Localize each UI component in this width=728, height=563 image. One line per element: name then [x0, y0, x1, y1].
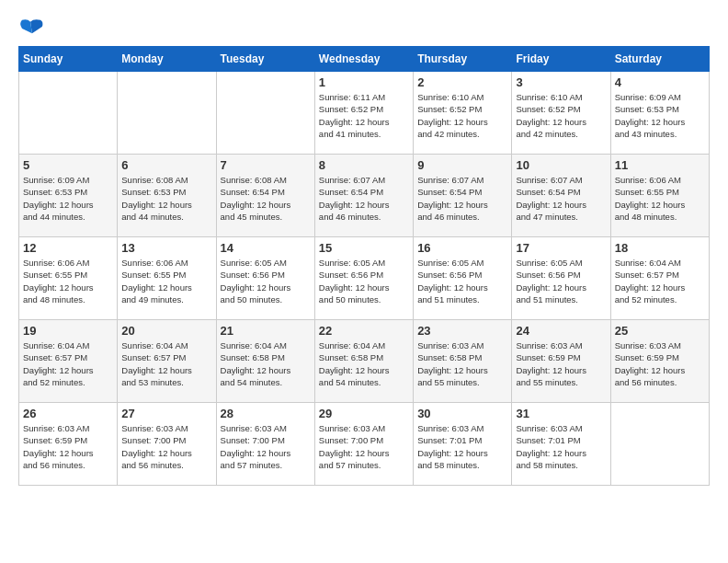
sunrise-text: Sunrise: 6:07 AM: [516, 175, 582, 185]
sunrise-text: Sunrise: 6:03 AM: [516, 340, 582, 350]
calendar-cell: 6Sunrise: 6:08 AMSunset: 6:53 PMDaylight…: [118, 155, 216, 237]
daylight-text: Daylight: 12 hoursand 49 minutes.: [121, 282, 192, 304]
day-number: 25: [615, 324, 705, 338]
day-number: 22: [319, 324, 409, 338]
sunset-text: Sunset: 6:55 PM: [121, 270, 186, 280]
day-number: 2: [417, 75, 507, 89]
sunrise-text: Sunrise: 6:06 AM: [23, 258, 89, 268]
daylight-text: Daylight: 12 hoursand 55 minutes.: [516, 365, 586, 387]
calendar-cell: 24Sunrise: 6:03 AMSunset: 6:59 PMDayligh…: [512, 320, 610, 403]
cell-info: Sunrise: 6:06 AMSunset: 6:55 PMDaylight:…: [121, 257, 211, 305]
cell-info: Sunrise: 6:03 AMSunset: 7:00 PMDaylight:…: [221, 422, 311, 471]
daylight-text: Daylight: 12 hoursand 56 minutes.: [121, 448, 192, 470]
daylight-text: Daylight: 12 hoursand 50 minutes.: [319, 282, 390, 304]
day-number: 17: [516, 241, 606, 255]
cell-info: Sunrise: 6:03 AMSunset: 6:58 PMDaylight:…: [417, 339, 507, 388]
sunset-text: Sunset: 6:58 PM: [221, 352, 285, 362]
sunset-text: Sunset: 6:54 PM: [417, 187, 482, 197]
cell-info: Sunrise: 6:03 AMSunset: 7:01 PMDaylight:…: [417, 422, 507, 471]
day-number: 19: [23, 324, 113, 338]
calendar-cell: 21Sunrise: 6:04 AMSunset: 6:58 PMDayligh…: [216, 320, 314, 403]
logo: [18, 18, 48, 37]
sunrise-text: Sunrise: 6:04 AM: [221, 340, 287, 350]
cell-info: Sunrise: 6:05 AMSunset: 6:56 PMDaylight:…: [417, 257, 507, 305]
day-number: 29: [319, 407, 409, 420]
calendar-cell: 26Sunrise: 6:03 AMSunset: 6:59 PMDayligh…: [19, 403, 118, 486]
daylight-text: Daylight: 12 hoursand 50 minutes.: [221, 282, 291, 304]
daylight-text: Daylight: 12 hoursand 48 minutes.: [23, 282, 94, 304]
calendar-cell: 19Sunrise: 6:04 AMSunset: 6:57 PMDayligh…: [19, 320, 118, 403]
sunset-text: Sunset: 6:57 PM: [23, 352, 87, 362]
cell-info: Sunrise: 6:11 AMSunset: 6:52 PMDaylight:…: [319, 91, 409, 140]
calendar-cell: 22Sunrise: 6:04 AMSunset: 6:58 PMDayligh…: [314, 320, 413, 403]
daylight-text: Daylight: 12 hoursand 52 minutes.: [23, 365, 94, 387]
day-number: 26: [23, 407, 113, 420]
daylight-text: Daylight: 12 hoursand 43 minutes.: [615, 117, 686, 139]
calendar-cell: 12Sunrise: 6:06 AMSunset: 6:55 PMDayligh…: [19, 237, 118, 320]
sunrise-text: Sunrise: 6:03 AM: [221, 423, 287, 433]
sunset-text: Sunset: 6:52 PM: [319, 104, 383, 114]
daylight-text: Daylight: 12 hoursand 46 minutes.: [417, 200, 488, 222]
sunrise-text: Sunrise: 6:06 AM: [121, 258, 188, 268]
sunset-text: Sunset: 6:54 PM: [319, 187, 383, 197]
day-number: 7: [221, 158, 311, 172]
calendar-cell: 10Sunrise: 6:07 AMSunset: 6:54 PMDayligh…: [512, 155, 610, 237]
calendar-cell: 15Sunrise: 6:05 AMSunset: 6:56 PMDayligh…: [314, 237, 413, 320]
weekday-header-thursday: Thursday: [414, 47, 512, 72]
cell-info: Sunrise: 6:06 AMSunset: 6:55 PMDaylight:…: [23, 257, 113, 305]
sunset-text: Sunset: 6:56 PM: [417, 270, 482, 280]
day-number: 8: [319, 158, 409, 172]
calendar-cell: [610, 403, 709, 486]
calendar-cell: 31Sunrise: 6:03 AMSunset: 7:01 PMDayligh…: [512, 403, 610, 486]
cell-info: Sunrise: 6:03 AMSunset: 7:00 PMDaylight:…: [319, 422, 409, 471]
calendar-cell: 25Sunrise: 6:03 AMSunset: 6:59 PMDayligh…: [610, 320, 709, 403]
day-number: 11: [615, 158, 705, 172]
day-number: 28: [221, 407, 311, 420]
daylight-text: Daylight: 12 hoursand 57 minutes.: [221, 448, 291, 470]
cell-info: Sunrise: 6:07 AMSunset: 6:54 PMDaylight:…: [319, 174, 409, 223]
calendar-table: SundayMondayTuesdayWednesdayThursdayFrid…: [18, 46, 710, 486]
sunset-text: Sunset: 7:00 PM: [319, 435, 383, 445]
day-number: 31: [516, 407, 606, 420]
sunrise-text: Sunrise: 6:03 AM: [417, 340, 483, 350]
sunrise-text: Sunrise: 6:10 AM: [516, 92, 582, 102]
sunrise-text: Sunrise: 6:06 AM: [615, 175, 681, 185]
calendar-cell: 18Sunrise: 6:04 AMSunset: 6:57 PMDayligh…: [610, 237, 709, 320]
daylight-text: Daylight: 12 hoursand 55 minutes.: [417, 365, 488, 387]
daylight-text: Daylight: 12 hoursand 52 minutes.: [615, 282, 686, 304]
sunrise-text: Sunrise: 6:09 AM: [23, 175, 89, 185]
cell-info: Sunrise: 6:03 AMSunset: 7:01 PMDaylight:…: [516, 422, 606, 471]
sunset-text: Sunset: 6:53 PM: [121, 187, 186, 197]
day-number: 21: [221, 324, 311, 338]
sunrise-text: Sunrise: 6:05 AM: [319, 258, 385, 268]
sunset-text: Sunset: 6:58 PM: [417, 352, 482, 362]
day-number: 3: [516, 75, 606, 89]
sunrise-text: Sunrise: 6:09 AM: [615, 92, 681, 102]
day-number: 16: [417, 241, 507, 255]
calendar-cell: 7Sunrise: 6:08 AMSunset: 6:54 PMDaylight…: [216, 155, 314, 237]
weekday-header-friday: Friday: [512, 47, 610, 72]
day-number: 24: [516, 324, 606, 338]
daylight-text: Daylight: 12 hoursand 58 minutes.: [516, 448, 586, 470]
sunrise-text: Sunrise: 6:03 AM: [417, 423, 483, 433]
daylight-text: Daylight: 12 hoursand 54 minutes.: [319, 365, 390, 387]
cell-info: Sunrise: 6:08 AMSunset: 6:53 PMDaylight:…: [121, 174, 211, 223]
day-number: 1: [319, 75, 409, 89]
sunset-text: Sunset: 6:56 PM: [319, 270, 383, 280]
calendar-week-2: 5Sunrise: 6:09 AMSunset: 6:53 PMDaylight…: [19, 155, 710, 237]
page-header: [18, 18, 710, 37]
daylight-text: Daylight: 12 hoursand 51 minutes.: [516, 282, 586, 304]
sunset-text: Sunset: 6:55 PM: [23, 270, 87, 280]
day-number: 9: [417, 158, 507, 172]
sunset-text: Sunset: 6:57 PM: [615, 270, 679, 280]
daylight-text: Daylight: 12 hoursand 54 minutes.: [221, 365, 291, 387]
sunrise-text: Sunrise: 6:05 AM: [221, 258, 287, 268]
cell-info: Sunrise: 6:04 AMSunset: 6:58 PMDaylight:…: [221, 339, 311, 388]
calendar-week-5: 26Sunrise: 6:03 AMSunset: 6:59 PMDayligh…: [19, 403, 710, 486]
weekday-header-monday: Monday: [118, 47, 216, 72]
sunrise-text: Sunrise: 6:08 AM: [121, 175, 188, 185]
calendar-cell: 4Sunrise: 6:09 AMSunset: 6:53 PMDaylight…: [610, 72, 709, 155]
sunset-text: Sunset: 6:56 PM: [516, 270, 580, 280]
calendar-cell: [19, 72, 118, 155]
day-number: 6: [121, 158, 211, 172]
